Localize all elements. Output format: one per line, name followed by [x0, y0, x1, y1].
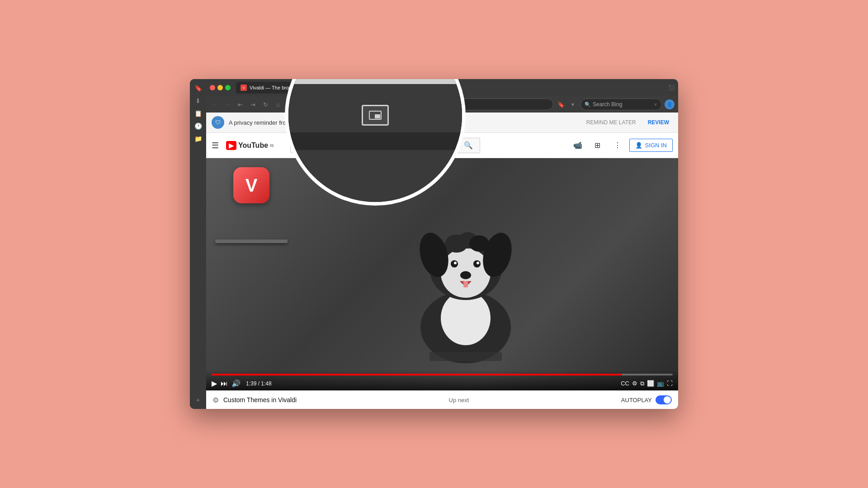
signin-person-icon: 👤: [635, 142, 642, 149]
video-controls: ▶ ⏭ 🔊 1:39 / 1:48 CC ⚙ ⧉ ⬜ 📺 ⛶: [206, 370, 678, 390]
autoplay-row: AUTOPLAY: [621, 395, 672, 404]
svg-point-10: [460, 271, 471, 279]
user-avatar[interactable]: 👤: [665, 99, 675, 109]
fullscreen-button[interactable]: ⛶: [667, 380, 673, 387]
youtube-logo-superscript: IS: [270, 143, 274, 148]
sidebar-add-icon[interactable]: +: [193, 394, 203, 405]
tab-favicon-vivaldi: V: [241, 84, 247, 91]
up-next-label: Up next: [449, 397, 469, 404]
search-icon: 🔍: [585, 102, 591, 108]
youtube-grid-icon[interactable]: ⊞: [590, 137, 606, 154]
youtube-menu-icon[interactable]: ☰: [212, 141, 219, 150]
video-settings-icon[interactable]: ⚙: [212, 396, 219, 404]
youtube-logo-text: YouTube: [238, 141, 268, 150]
search-dropdown-icon[interactable]: ▼: [653, 102, 658, 107]
minimize-button[interactable]: [217, 85, 223, 90]
settings-button[interactable]: ⚙: [632, 380, 637, 387]
svg-rect-15: [429, 352, 502, 361]
svg-point-9: [476, 262, 479, 264]
right-controls: CC ⚙ ⧉ ⬜ 📺 ⛶: [621, 380, 673, 387]
forward-button[interactable]: →: [222, 99, 232, 109]
subtitles-button[interactable]: CC: [621, 380, 629, 387]
sidebar-notes-icon[interactable]: 📋: [193, 108, 203, 119]
privacy-icon: 🛡: [212, 116, 224, 129]
controls-row: ▶ ⏭ 🔊 1:39 / 1:48 CC ⚙ ⧉ ⬜ 📺 ⛶: [212, 379, 673, 388]
magnifier-overlay: [285, 79, 466, 206]
play-button[interactable]: ▶: [212, 379, 217, 388]
svg-rect-11: [463, 281, 468, 287]
sidebar-downloads-icon[interactable]: ⬇: [193, 95, 203, 106]
home-button[interactable]: ⌂: [273, 99, 283, 109]
progress-bar[interactable]: [212, 374, 673, 375]
autoplay-toggle[interactable]: [656, 395, 672, 404]
maximize-button[interactable]: [225, 85, 231, 90]
search-bar[interactable]: 🔍 Search Bing ▼: [580, 99, 662, 110]
youtube-logo: ▶ YouTube IS: [226, 141, 274, 150]
browser-window: 🔖 ⬇ 📋 🕐 📁 + V Vivaldi — The browser tha: [190, 79, 678, 409]
next-button[interactable]: ⏭: [221, 380, 228, 388]
fast-forward-button[interactable]: ⇥: [248, 99, 258, 109]
reload-button[interactable]: ↻: [260, 99, 270, 109]
window-minimize-icon[interactable]: ⬛: [668, 84, 675, 91]
dog-illustration: [393, 174, 538, 363]
volume-button[interactable]: 🔊: [231, 379, 241, 388]
video-title: Custom Themes in Vivaldi: [223, 396, 297, 404]
remind-later-button[interactable]: REMIND ME LATER: [583, 117, 640, 127]
traffic-lights: [210, 85, 231, 90]
youtube-more-icon[interactable]: ⋮: [609, 137, 626, 154]
vivaldi-v-letter: V: [245, 175, 258, 196]
below-video-bar: ⚙ Custom Themes in Vivaldi Up next AUTOP…: [206, 390, 678, 409]
rewind-button[interactable]: ⇤: [235, 99, 245, 109]
progress-fill: [212, 374, 622, 375]
sidebar-files-icon[interactable]: 📁: [193, 133, 203, 144]
vivaldi-shelf: V: [215, 167, 288, 243]
vivaldi-logo: V: [233, 167, 269, 203]
shelf: [215, 239, 288, 243]
bookmark-icon[interactable]: 🔖: [556, 99, 566, 109]
youtube-logo-icon: ▶: [226, 141, 236, 150]
cast-button[interactable]: 📺: [657, 380, 664, 387]
youtube-signin-button[interactable]: 👤 SIGN IN: [629, 139, 673, 152]
svg-point-14: [469, 235, 489, 252]
close-button[interactable]: [210, 85, 215, 90]
review-button[interactable]: REVIEW: [644, 117, 673, 127]
browser-sidebar: 🔖 ⬇ 📋 🕐 📁 +: [190, 79, 206, 409]
back-button[interactable]: ←: [210, 99, 220, 109]
miniplayer-button[interactable]: ⧉: [640, 380, 644, 387]
sidebar-history-icon[interactable]: 🕐: [193, 121, 203, 131]
bookmark-chevron-icon[interactable]: ▼: [568, 99, 578, 109]
sidebar-bookmarks-icon[interactable]: 🔖: [193, 83, 203, 94]
youtube-actions: 📹 ⊞ ⋮ 👤 SIGN IN: [570, 137, 673, 154]
svg-point-8: [454, 262, 457, 264]
signin-label: SIGN IN: [645, 142, 667, 149]
search-text: Search Bing: [593, 101, 622, 108]
time-display: 1:39 / 1:48: [246, 380, 272, 387]
theater-button[interactable]: ⬜: [647, 380, 654, 387]
autoplay-label: AUTOPLAY: [621, 397, 652, 404]
youtube-video-icon[interactable]: 📹: [570, 137, 586, 154]
